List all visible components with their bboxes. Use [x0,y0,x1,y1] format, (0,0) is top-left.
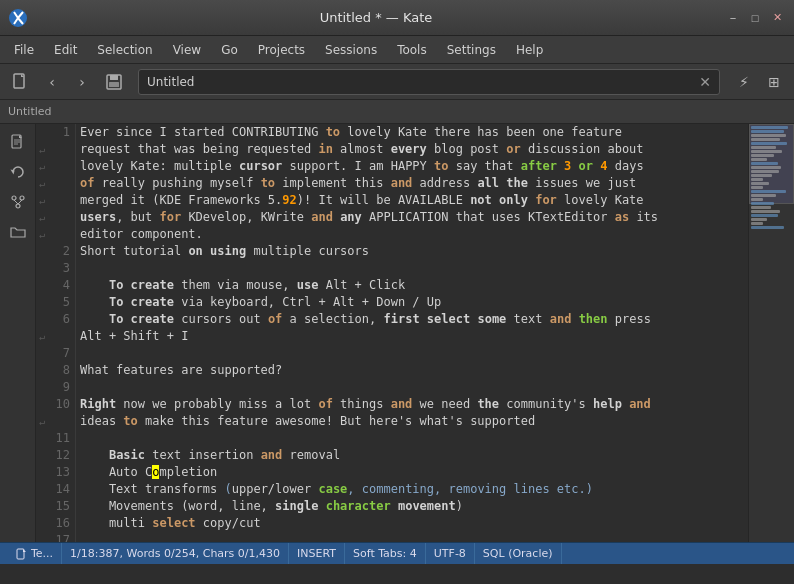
close-button[interactable]: ✕ [768,9,786,27]
fold-marker-12: ↵ [36,331,48,342]
line-num-wrap-20: 13 [36,464,75,481]
menu-item-selection[interactable]: Selection [87,39,162,61]
menu-item-view[interactable]: View [163,39,211,61]
code-line-21: Text transforms (upper/lower case, comme… [80,481,744,498]
line-num-wrap-2: ↵ [36,158,75,175]
line-num-wrap-11: 6 [36,311,75,328]
status-file-label: Te... [31,547,53,560]
fold-marker-1: ↵ [36,144,48,155]
fold-marker-5: ↵ [36,212,48,223]
code-line-2: lovely Kate: multiple cursor support. I … [80,158,744,175]
line-num-wrap-6: ↵ [36,226,75,243]
line-number-15: 9 [48,379,74,396]
line-num-wrap-22: 15 [36,498,75,515]
line-num-wrap-21: 14 [36,481,75,498]
status-bar: Te... 1/18:387, Words 0/254, Chars 0/1,4… [0,542,794,564]
title-bar-left [8,8,28,28]
line-num-wrap-14: 8 [36,362,75,379]
panel-icon-document[interactable] [4,128,32,156]
code-line-22: Movements (word, line, single character … [80,498,744,515]
line-number-13: 7 [48,345,74,362]
svg-point-11 [20,196,24,200]
svg-point-12 [16,204,20,208]
line-num-wrap-9: 4 [36,277,75,294]
menu-bar: FileEditSelectionViewGoProjectsSessionsT… [0,36,794,64]
minimize-button[interactable]: − [724,9,742,27]
panel-icon-folder[interactable] [4,218,32,246]
code-line-23: multi select copy/cut [80,515,744,532]
line-number-18: 11 [48,430,74,447]
svg-line-13 [14,200,18,204]
panel-icon-git[interactable] [4,188,32,216]
code-line-5: users, but for KDevelop, KWrite and any … [80,209,744,226]
status-mode[interactable]: INSERT [289,543,345,564]
status-encoding[interactable]: UTF-8 [426,543,475,564]
line-number-7: 2 [48,243,74,260]
line-number-22: 15 [48,498,74,515]
line-number-23: 16 [48,515,74,532]
new-file-button[interactable] [6,68,34,96]
tab-title: Untitled [147,75,695,89]
code-line-8 [80,260,744,277]
svg-rect-15 [17,549,24,559]
fold-marker-2: ↵ [36,161,48,172]
line-number-11: 6 [48,311,74,328]
grid-button[interactable]: ⊞ [760,68,788,96]
back-button[interactable]: ‹ [38,68,66,96]
line-number-0: 1 [48,124,74,141]
line-number-14: 8 [48,362,74,379]
code-line-7: Short tutorial on using multiple cursors [80,243,744,260]
editor-content[interactable]: Ever since I started CONTRIBUTING to lov… [76,124,748,542]
fold-marker-17: ↵ [36,416,48,427]
code-line-1: request that was being requested in almo… [80,141,744,158]
status-tab-mode[interactable]: Soft Tabs: 4 [345,543,426,564]
forward-button[interactable]: › [68,68,96,96]
line-number-20: 13 [48,464,74,481]
code-line-15 [80,379,744,396]
code-line-12: Alt + Shift + I [80,328,744,345]
code-line-0: Ever since I started CONTRIBUTING to lov… [80,124,744,141]
code-line-6: editor component. [80,226,744,243]
code-line-19: Basic text insertion and removal [80,447,744,464]
minimap[interactable] [748,124,794,542]
code-line-9: To create them via mouse, use Alt + Clic… [80,277,744,294]
line-num-wrap-10: 5 [36,294,75,311]
tab-close-icon[interactable]: ✕ [699,74,711,90]
code-line-4: merged it (KDE Frameworks 5.92)! It will… [80,192,744,209]
menu-item-file[interactable]: File [4,39,44,61]
maximize-button[interactable]: □ [746,9,764,27]
menu-item-projects[interactable]: Projects [248,39,315,61]
line-number-8: 3 [48,260,74,277]
line-numbers: 1↵↵↵↵↵↵23456↵78910↵1112131415161718 [36,124,76,542]
status-syntax[interactable]: SQL (Oracle) [475,543,562,564]
nav-buttons: ‹ › [38,68,96,96]
code-line-14: What features are supported? [80,362,744,379]
kate-app-icon [8,8,28,28]
line-num-wrap-16: 10 [36,396,75,413]
code-line-10: To create via keyboard, Ctrl + Alt + Dow… [80,294,744,311]
panel-icon-refresh[interactable] [4,158,32,186]
breadcrumb-bar: Untitled [0,100,794,124]
svg-line-14 [18,200,22,204]
fold-marker-6: ↵ [36,229,48,240]
line-num-wrap-12: ↵ [36,328,75,345]
menu-item-go[interactable]: Go [211,39,248,61]
menu-item-help[interactable]: Help [506,39,553,61]
line-num-wrap-8: 3 [36,260,75,277]
lightning-button[interactable]: ⚡ [730,68,758,96]
toolbar: ‹ › Untitled ✕ ⚡ ⊞ [0,64,794,100]
code-line-16: Right now we probably miss a lot of thin… [80,396,744,413]
save-button[interactable] [100,68,128,96]
menu-item-settings[interactable]: Settings [437,39,506,61]
code-line-17: ideas to make this feature awesome! But … [80,413,744,430]
line-num-wrap-1: ↵ [36,141,75,158]
editor-container: 1↵↵↵↵↵↵23456↵78910↵1112131415161718 Ever… [36,124,794,542]
status-file-icon[interactable]: Te... [8,543,62,564]
menu-item-sessions[interactable]: Sessions [315,39,387,61]
title-bar: Untitled * — Kate − □ ✕ [0,0,794,36]
line-num-wrap-4: ↵ [36,192,75,209]
menu-item-edit[interactable]: Edit [44,39,87,61]
fold-marker-3: ↵ [36,178,48,189]
menu-item-tools[interactable]: Tools [387,39,437,61]
fold-marker-4: ↵ [36,195,48,206]
